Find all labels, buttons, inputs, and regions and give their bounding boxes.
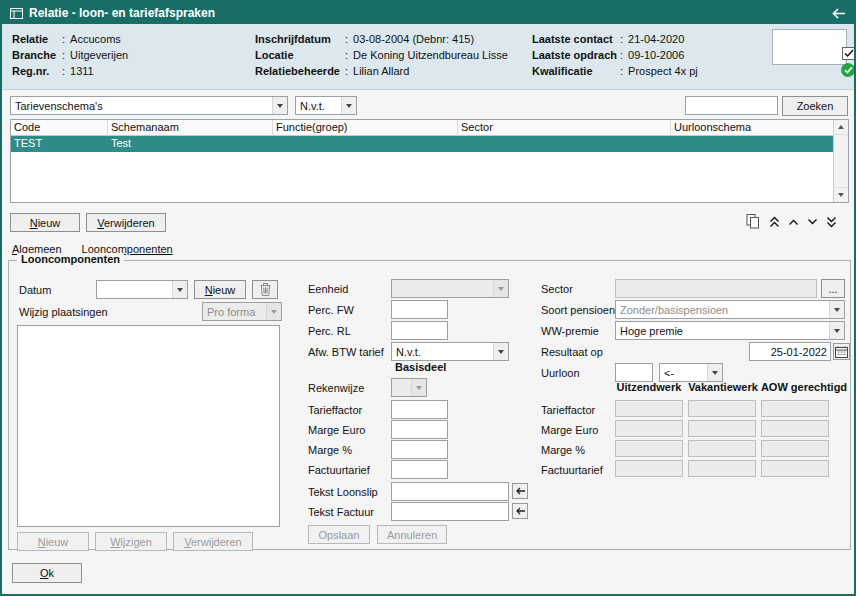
field-value: Uitgeverijen [70, 49, 128, 61]
search-input[interactable] [685, 96, 778, 115]
header-col-2: Inschrijfdatum:03-08-2004 (Debnr: 415) L… [255, 31, 508, 79]
tekst-factuur-input[interactable] [391, 502, 509, 521]
move-top-icon[interactable] [769, 216, 780, 228]
grid-header-uitzendwerk: Uitzendwerk [613, 381, 685, 393]
tarieffactor-input[interactable] [391, 400, 448, 419]
resultaat-date-input[interactable] [749, 342, 831, 361]
field-value: 1311 [70, 65, 94, 77]
uurloon-label: Uurloon [541, 367, 580, 379]
tarieffactor-aow-input [761, 400, 829, 417]
chevron-down-icon [493, 280, 508, 297]
tekst-loonslip-copy-button[interactable] [512, 483, 528, 499]
eenheid-select [391, 279, 509, 298]
colon: : [620, 33, 623, 45]
uurloon-source-select[interactable]: <- [659, 363, 723, 382]
scroll-down-button[interactable] [834, 187, 848, 202]
schema-type-value: Tarievenschema's [11, 97, 272, 114]
back-button[interactable] [831, 7, 846, 20]
schema-nieuw-button[interactable]: Nieuw [10, 213, 80, 232]
tekst-loonslip-input[interactable] [391, 482, 509, 501]
cell-code: TEST [11, 136, 108, 152]
copy-icon[interactable] [746, 214, 761, 229]
header-col-3: Laatste contact:21-04-2020 Laatste opdra… [532, 31, 698, 79]
window-icon [10, 8, 23, 19]
perc-fw-input[interactable] [391, 300, 448, 319]
move-down-icon[interactable] [807, 218, 818, 226]
cell-sector [458, 136, 671, 152]
soort-pensioen-label: Soort pensioen [541, 304, 615, 316]
column-header-code[interactable]: Code [11, 120, 108, 135]
chevron-down-icon [707, 364, 722, 381]
marge-euro-input[interactable] [391, 420, 448, 439]
ww-premie-select[interactable]: Hoge premie [615, 321, 845, 340]
move-up-icon[interactable] [788, 218, 799, 226]
header-checkbox[interactable] [842, 47, 855, 60]
marge-pct-input[interactable] [391, 440, 448, 459]
afw-btw-select[interactable]: N.v.t. [391, 342, 509, 361]
chevron-down-icon [829, 301, 844, 318]
field-value: 21-04-2020 [628, 33, 684, 45]
column-header-uurloonschema[interactable]: Uurloonschema [671, 120, 834, 135]
ok-button[interactable]: Ok [12, 563, 82, 583]
groupbox-legend: Looncomponenten [17, 253, 124, 265]
factuurtarief-vakantiewerk-input [688, 460, 756, 477]
triangle-up-icon [838, 125, 844, 129]
schema-verwijderen-button[interactable]: Verwijderen [86, 213, 166, 232]
eenheid-value [392, 280, 493, 297]
row-move-toolbar [746, 213, 837, 230]
field-value: 09-10-2006 [628, 49, 684, 61]
column-header-functiegroep[interactable]: Functie(groep) [273, 120, 458, 135]
pro-forma-value: Pro forma [203, 303, 266, 320]
uurloon-input[interactable] [615, 363, 653, 382]
scroll-up-button[interactable] [834, 120, 848, 135]
ww-premie-value: Hoge premie [616, 322, 829, 339]
colon: : [620, 65, 623, 77]
cell-uurloonschema [671, 136, 834, 152]
table-scrollbar[interactable] [833, 120, 848, 202]
calendar-button[interactable] [833, 343, 850, 360]
datum-delete-button[interactable] [252, 280, 278, 299]
field-value: Lilian Allard [353, 65, 409, 77]
schema-type-select[interactable]: Tarievenschema's [10, 96, 288, 115]
grid-marge-pct-label: Marge % [541, 444, 585, 456]
uurloon-source-value: <- [660, 364, 707, 381]
check-icon [844, 49, 854, 58]
colon: : [62, 33, 65, 45]
sector-browse-button[interactable]: ... [821, 279, 845, 298]
datum-nieuw-button[interactable]: Nieuw [194, 280, 246, 299]
soort-pensioen-value: Zonder/basispensioen [616, 301, 829, 318]
marge-euro-vakantiewerk-input [688, 420, 756, 437]
table-row[interactable]: TEST Test [11, 136, 834, 152]
move-bottom-icon[interactable] [826, 216, 837, 228]
field-label: Branche [12, 49, 60, 61]
tekst-factuur-copy-button[interactable] [512, 503, 528, 519]
search-filter-value: N.v.t. [296, 97, 341, 114]
grid-marge-euro-label: Marge Euro [541, 424, 598, 436]
rekenwijze-select [391, 378, 427, 397]
soort-pensioen-select: Zonder/basispensioen [615, 300, 845, 319]
colon: : [620, 49, 623, 61]
colon: : [62, 65, 65, 77]
opslaan-button: Opslaan [308, 525, 370, 544]
tekst-factuur-label: Tekst Factuur [308, 506, 374, 518]
looncomponenten-groupbox: Looncomponenten Datum Nieuw Wijzig plaat… [8, 260, 851, 550]
tarieffactor-vakantiewerk-input [688, 400, 756, 417]
perc-fw-label: Perc. FW [308, 304, 354, 316]
marge-pct-vakantiewerk-input [688, 440, 756, 457]
marge-pct-label: Marge % [308, 444, 352, 456]
column-header-sector[interactable]: Sector [458, 120, 671, 135]
arrow-left-icon [515, 486, 526, 496]
grid-factuurtarief-label: Factuurtarief [541, 464, 603, 476]
looncomponenten-listbox[interactable] [17, 325, 280, 527]
zoeken-button[interactable]: Zoeken [782, 96, 848, 116]
header-col-1: Relatie:Accucoms Branche:Uitgeverijen Re… [12, 31, 128, 79]
factuurtarief-input[interactable] [391, 460, 448, 479]
perc-rl-input[interactable] [391, 321, 448, 340]
search-filter-select[interactable]: N.v.t. [295, 96, 357, 115]
colon: : [62, 49, 65, 61]
trash-icon [260, 283, 271, 296]
column-header-schemanaam[interactable]: Schemanaam [108, 120, 273, 135]
titlebar: Relatie - loon- en tariefafspraken [2, 2, 854, 24]
datum-select[interactable] [96, 280, 188, 299]
annuleren-button: Annuleren [377, 525, 447, 544]
